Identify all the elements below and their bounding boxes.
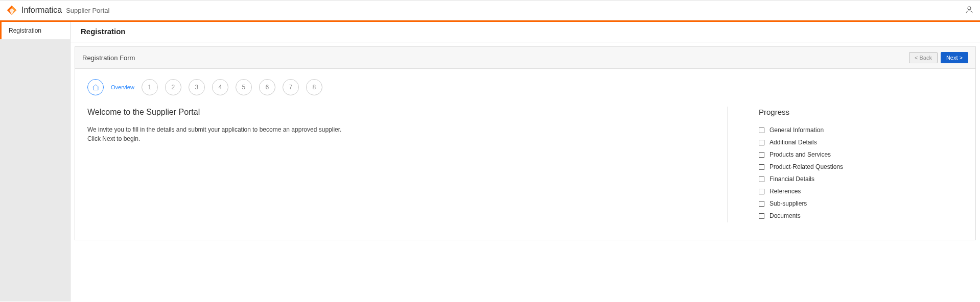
step-8[interactable]: 8 (306, 79, 322, 95)
progress-item-label: Sub-suppliers (769, 200, 807, 207)
checkbox-empty-icon (759, 177, 764, 182)
form-body: Overview 1 2 3 4 5 6 7 8 Welcome to the … (75, 69, 975, 240)
app-shell: Registration Registration Registration F… (0, 22, 980, 301)
progress-item-general-information: General Information (759, 127, 963, 134)
checkbox-empty-icon (759, 128, 764, 133)
step-3[interactable]: 3 (189, 79, 205, 95)
step-7[interactable]: 7 (283, 79, 299, 95)
form-split: Welcome to the Supplier Portal We invite… (87, 105, 963, 224)
step-2[interactable]: 2 (165, 79, 181, 95)
progress-heading: Progress (759, 108, 963, 116)
progress-item-label: Product-Related Questions (769, 163, 843, 170)
side-nav: Registration (0, 22, 71, 301)
progress-item-label: Financial Details (769, 175, 814, 183)
sidebar-item-registration[interactable]: Registration (0, 22, 70, 39)
top-bar: Informatica Supplier Portal (0, 0, 980, 20)
step-5[interactable]: 5 (236, 79, 252, 95)
progress-item-label: Documents (769, 212, 801, 219)
checkbox-empty-icon (759, 189, 764, 194)
progress-item-documents: Documents (759, 212, 963, 219)
progress-item-financial-details: Financial Details (759, 175, 963, 183)
checkbox-empty-icon (759, 164, 764, 170)
form-card-title: Registration Form (82, 54, 135, 62)
welcome-heading: Welcome to the Supplier Portal (87, 108, 697, 117)
sidebar-item-label: Registration (9, 27, 41, 34)
step-1[interactable]: 1 (142, 79, 158, 95)
user-icon (965, 5, 974, 14)
progress-item-references: References (759, 188, 963, 195)
progress-item-product-related-questions: Product-Related Questions (759, 163, 963, 170)
step-4[interactable]: 4 (212, 79, 228, 95)
svg-point-0 (968, 7, 971, 10)
checkbox-empty-icon (759, 140, 764, 145)
progress-item-additional-details: Additional Details (759, 139, 963, 146)
checkbox-empty-icon (759, 213, 764, 219)
main-area: Registration Registration Form < Back Ne… (71, 22, 980, 301)
welcome-column: Welcome to the Supplier Portal We invite… (87, 105, 707, 224)
brand-area: Informatica Supplier Portal (6, 5, 109, 16)
welcome-text-1: We invite you to fill in the details and… (87, 125, 697, 134)
step-overview-label: Overview (111, 84, 134, 90)
home-icon (92, 84, 100, 91)
page-title: Registration (81, 27, 970, 36)
form-stepper: Overview 1 2 3 4 5 6 7 8 (87, 79, 963, 95)
app-name: Supplier Portal (66, 7, 109, 14)
step-6[interactable]: 6 (259, 79, 275, 95)
checkbox-empty-icon (759, 201, 764, 207)
brand-name: Informatica (21, 6, 62, 15)
progress-column: Progress General Information Additional … (749, 105, 963, 224)
page-title-row: Registration (71, 22, 980, 42)
progress-item-sub-suppliers: Sub-suppliers (759, 200, 963, 207)
progress-item-label: References (769, 188, 801, 195)
brand-logo-icon (6, 5, 17, 16)
user-menu[interactable] (965, 5, 974, 16)
progress-item-products-services: Products and Services (759, 151, 963, 158)
welcome-text-2: Click Next to begin. (87, 134, 697, 143)
back-button[interactable]: < Back (909, 52, 938, 63)
registration-form-card: Registration Form < Back Next > (75, 46, 976, 240)
form-header: Registration Form < Back Next > (75, 47, 975, 69)
content-wrap: Registration Form < Back Next > (71, 42, 980, 249)
column-divider (728, 107, 728, 222)
checkbox-empty-icon (759, 152, 764, 158)
progress-item-label: Products and Services (769, 151, 831, 158)
progress-item-label: General Information (769, 127, 824, 134)
step-overview[interactable] (87, 79, 104, 95)
form-nav-buttons: < Back Next > (909, 52, 968, 63)
next-button[interactable]: Next > (941, 52, 968, 63)
progress-item-label: Additional Details (769, 139, 817, 146)
